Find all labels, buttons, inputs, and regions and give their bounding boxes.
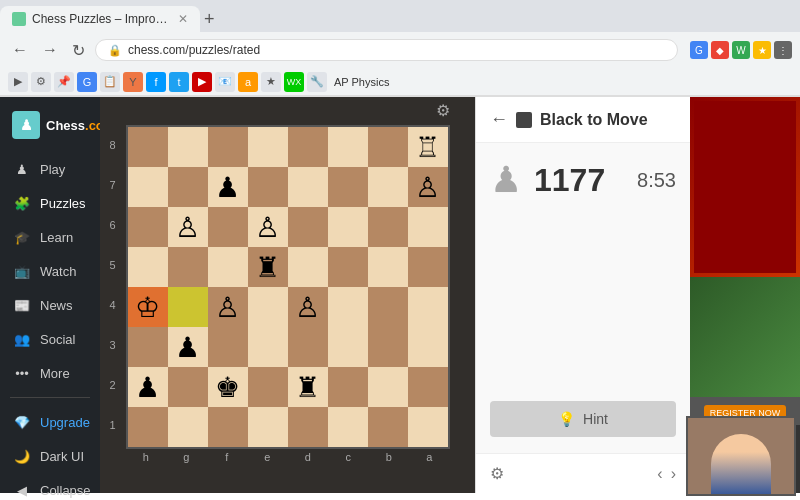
cell-b8[interactable] (368, 127, 408, 167)
cell-c5[interactable] (328, 247, 368, 287)
cell-b5[interactable] (368, 247, 408, 287)
cell-f7[interactable]: ♟ (208, 167, 248, 207)
cell-b1[interactable] (368, 407, 408, 447)
cell-f8[interactable] (208, 127, 248, 167)
cell-b7[interactable] (368, 167, 408, 207)
cell-f3[interactable] (208, 327, 248, 367)
ext-icon-4[interactable]: ★ (753, 41, 771, 59)
sidebar-item-social[interactable]: 👥 Social (0, 323, 100, 355)
cell-a6[interactable] (408, 207, 448, 247)
cell-h1[interactable] (128, 407, 168, 447)
cell-e7[interactable] (248, 167, 288, 207)
cell-f1[interactable] (208, 407, 248, 447)
sidebar-item-upgrade[interactable]: 💎 Upgrade (0, 406, 100, 438)
active-tab[interactable]: Chess Puzzles – Improve Your C... ✕ (0, 6, 200, 32)
cell-f5[interactable] (208, 247, 248, 287)
cell-d3[interactable] (288, 327, 328, 367)
sidebar-item-puzzles[interactable]: 🧩 Puzzles (0, 187, 100, 219)
cell-h6[interactable] (128, 207, 168, 247)
ext-icon-2[interactable]: ◆ (711, 41, 729, 59)
toolbar-btn-13[interactable]: 🔧 (307, 72, 327, 92)
toolbar-btn-4[interactable]: G (77, 72, 97, 92)
cell-c4[interactable] (328, 287, 368, 327)
cell-b3[interactable] (368, 327, 408, 367)
sidebar-item-dark-ui[interactable]: 🌙 Dark UI (0, 440, 100, 472)
cell-g5[interactable] (168, 247, 208, 287)
toolbar-btn-3[interactable]: 📌 (54, 72, 74, 92)
sidebar-item-more[interactable]: ••• More (0, 357, 100, 389)
cell-h7[interactable] (128, 167, 168, 207)
cell-g2[interactable] (168, 367, 208, 407)
toolbar-btn-9[interactable]: ▶ (192, 72, 212, 92)
footer-settings-icon[interactable]: ⚙ (490, 464, 504, 483)
sidebar-item-play[interactable]: ♟ Play (0, 153, 100, 185)
cell-b4[interactable] (368, 287, 408, 327)
toolbar-btn-8[interactable]: t (169, 72, 189, 92)
cell-g3[interactable]: ♟ (168, 327, 208, 367)
toolbar-btn-11[interactable]: a (238, 72, 258, 92)
toolbar-btn-7[interactable]: f (146, 72, 166, 92)
cell-h2[interactable]: ♟ (128, 367, 168, 407)
tab-close-button[interactable]: ✕ (178, 12, 188, 26)
ext-icon-3[interactable]: W (732, 41, 750, 59)
cell-d1[interactable] (288, 407, 328, 447)
cell-e3[interactable] (248, 327, 288, 367)
chess-board[interactable]: ♖ ♟ ♙ ♙ ♙ (126, 125, 450, 449)
cell-a2[interactable] (408, 367, 448, 407)
toolbar-btn-1[interactable]: ▶ (8, 72, 28, 92)
cell-h4[interactable]: ♔ (128, 287, 168, 327)
back-button[interactable]: ← (8, 39, 32, 61)
sidebar-item-news[interactable]: 📰 News (0, 289, 100, 321)
back-button[interactable]: ← (490, 109, 508, 130)
cell-a8[interactable]: ♖ (408, 127, 448, 167)
cell-c8[interactable] (328, 127, 368, 167)
cell-h5[interactable] (128, 247, 168, 287)
toolbar-btn-6[interactable]: Y (123, 72, 143, 92)
cell-e4[interactable] (248, 287, 288, 327)
toolbar-btn-wix[interactable]: WX (284, 72, 304, 92)
cell-g1[interactable] (168, 407, 208, 447)
cell-c6[interactable] (328, 207, 368, 247)
address-bar[interactable]: 🔒 chess.com/puzzles/rated (95, 39, 678, 61)
cell-e8[interactable] (248, 127, 288, 167)
cell-c1[interactable] (328, 407, 368, 447)
cell-h3[interactable] (128, 327, 168, 367)
cell-g6[interactable]: ♙ (168, 207, 208, 247)
cell-a7[interactable]: ♙ (408, 167, 448, 207)
cell-b6[interactable] (368, 207, 408, 247)
cell-e5[interactable]: ♜ (248, 247, 288, 287)
cell-f4[interactable]: ♙ (208, 287, 248, 327)
cell-c7[interactable] (328, 167, 368, 207)
cell-e1[interactable] (248, 407, 288, 447)
forward-button[interactable]: → (38, 39, 62, 61)
cell-d2[interactable]: ♜ (288, 367, 328, 407)
cell-d8[interactable] (288, 127, 328, 167)
sidebar-item-collapse[interactable]: ◀ Collapse (0, 474, 100, 500)
prev-arrow-button[interactable]: ‹ (657, 465, 662, 483)
cell-d5[interactable] (288, 247, 328, 287)
cell-b2[interactable] (368, 367, 408, 407)
cell-g8[interactable] (168, 127, 208, 167)
cell-g7[interactable] (168, 167, 208, 207)
sidebar-item-watch[interactable]: 📺 Watch (0, 255, 100, 287)
cell-d4[interactable]: ♙ (288, 287, 328, 327)
cell-f6[interactable] (208, 207, 248, 247)
cell-d7[interactable] (288, 167, 328, 207)
cell-c3[interactable] (328, 327, 368, 367)
ext-icon-5[interactable]: ⋮ (774, 41, 792, 59)
cell-d6[interactable] (288, 207, 328, 247)
cell-g4[interactable] (168, 287, 208, 327)
board-settings-icon[interactable]: ⚙ (436, 101, 450, 120)
cell-c2[interactable] (328, 367, 368, 407)
cell-a3[interactable] (408, 327, 448, 367)
ext-icon-1[interactable]: G (690, 41, 708, 59)
cell-f2[interactable]: ♚ (208, 367, 248, 407)
cell-e6[interactable]: ♙ (248, 207, 288, 247)
hint-button[interactable]: 💡 Hint (490, 401, 676, 437)
cell-a1[interactable] (408, 407, 448, 447)
next-arrow-button[interactable]: › (671, 465, 676, 483)
toolbar-btn-2[interactable]: ⚙ (31, 72, 51, 92)
toolbar-btn-12[interactable]: ★ (261, 72, 281, 92)
cell-h8[interactable] (128, 127, 168, 167)
toolbar-btn-10[interactable]: 📧 (215, 72, 235, 92)
